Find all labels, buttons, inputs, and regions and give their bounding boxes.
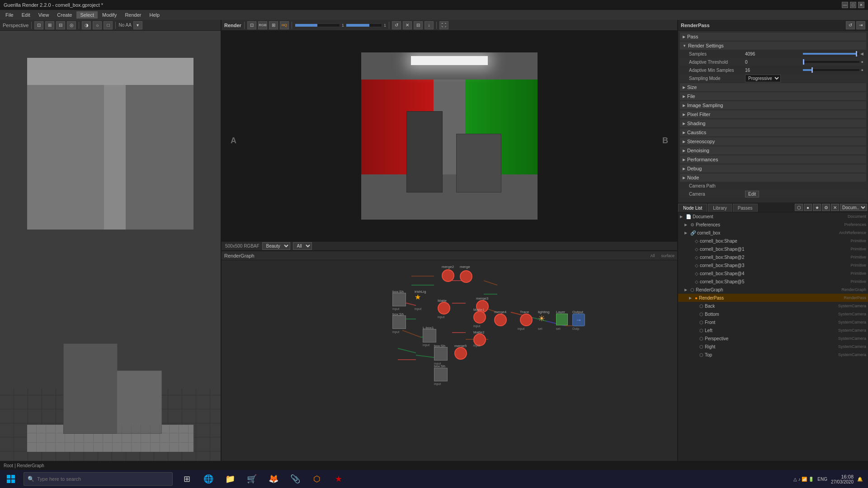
tree-item-front[interactable]: ⬡ Front SystemCamera	[678, 318, 868, 326]
tree-item-rendergraph[interactable]: ▶ ⬡ RenderGraph RenderGraph	[678, 286, 868, 294]
tree-item-perspective[interactable]: ⬡ Perspective SystemCamera	[678, 334, 868, 343]
imagesampling-section-header[interactable]: ▶ Image Sampling	[680, 101, 866, 109]
caustics-section-header[interactable]: ▶ Caustics	[680, 128, 866, 136]
render-icon-stop[interactable]: ✕	[403, 21, 412, 29]
viewport-icon-cam[interactable]: ⊟	[56, 21, 65, 29]
size-section-header[interactable]: ▶ Size	[680, 83, 866, 91]
rendersettings-section-header[interactable]: ▼ Render Settings	[680, 42, 866, 50]
node-boxsh1[interactable]	[392, 293, 406, 306]
viewport-icon-shading[interactable]: ◑	[82, 21, 91, 29]
node-matte1[interactable]	[473, 311, 486, 324]
notification-icon[interactable]: 🔔	[857, 477, 863, 482]
noaa-dropdown[interactable]: ▾	[133, 21, 142, 29]
taskbar-taskview[interactable]: ⊞	[176, 470, 197, 488]
node-merge4[interactable]	[494, 314, 507, 326]
tree-item-renderpass[interactable]: ▶ ● RenderPass RenderPass	[678, 294, 868, 302]
3d-viewport[interactable]	[0, 31, 221, 479]
tab-library[interactable]: Library	[708, 204, 732, 212]
search-bar[interactable]: 🔍	[24, 472, 173, 486]
render-icon-rgb[interactable]: RGB	[258, 21, 267, 29]
node-lrishlig[interactable]: ★	[415, 293, 421, 301]
taskbar-explorer[interactable]: 📁	[220, 470, 241, 488]
beauty-dropdown[interactable]: Beauty	[262, 242, 290, 250]
node-output[interactable]: →	[572, 314, 585, 326]
stereoscopy-section-header[interactable]: ▶ Stereoscopy	[680, 137, 866, 145]
render-icon-1[interactable]: ⊡	[247, 21, 256, 29]
tree-item-left[interactable]: ⬡ Left SystemCamera	[678, 326, 868, 334]
node-merge5[interactable]	[454, 347, 467, 360]
viewport-icon-light[interactable]: ☼	[93, 21, 102, 29]
shading-section-header[interactable]: ▶ Shading	[680, 119, 866, 127]
menu-help[interactable]: Help	[146, 11, 163, 19]
render-viewport[interactable]: A B	[222, 31, 677, 241]
render-icon-cam[interactable]: ⊟	[414, 21, 423, 29]
render-icon-expand[interactable]: ⛶	[439, 21, 448, 29]
tree-item-cornell-box[interactable]: ▶ 🔗 cornell_box ArchReference	[678, 229, 868, 237]
tree-item-shape3[interactable]: ◇ cornell_box:Shape@3 Primitive	[678, 261, 868, 269]
taskbar-edge[interactable]: 🌐	[198, 470, 219, 488]
adaptive-min-samples-slider[interactable]	[803, 69, 859, 71]
tree-item-shape1[interactable]: ◇ cornell_box:Shape@1 Primitive	[678, 245, 868, 253]
tab-node-list[interactable]: Node List	[678, 204, 707, 212]
tree-item-right[interactable]: ⬡ Right SystemCamera	[678, 343, 868, 351]
right-icon-2[interactable]: ⇥	[856, 21, 865, 29]
node-lighting[interactable]: ☀	[538, 314, 545, 324]
tree-item-back[interactable]: ⬡ Back SystemCamera	[678, 302, 868, 310]
sampling-mode-dropdown[interactable]: Progressive	[745, 75, 781, 82]
nodegraph-canvas[interactable]: merge2 merge box:Sh input lrishLig ★ inp…	[222, 260, 677, 479]
close-button[interactable]: ✕	[858, 2, 864, 8]
node-layer[interactable]	[556, 314, 568, 325]
taskbar-store[interactable]: 🛒	[241, 470, 262, 488]
samples-slider[interactable]	[803, 53, 859, 55]
all-dropdown[interactable]: All	[293, 242, 312, 250]
tree-item-preferences[interactable]: ▶ ⚙ Preferences Preferences	[678, 221, 868, 229]
tree-item-shape4[interactable]: ◇ cornell_box:Shape@4 Primitive	[678, 269, 868, 277]
menu-create[interactable]: Create	[53, 11, 75, 19]
menu-edit[interactable]: Edit	[18, 11, 34, 19]
nl-icon-1[interactable]: ⬡	[795, 204, 803, 211]
viewport-icon-box[interactable]: □	[104, 21, 113, 29]
render-icon-hq[interactable]: HQ	[280, 21, 289, 29]
tab-passes[interactable]: Passes	[733, 204, 758, 212]
taskbar-app7[interactable]: ★	[328, 470, 349, 488]
node-merge[interactable]	[460, 270, 472, 283]
pixelfilter-section-header[interactable]: ▶ Pixel Filter	[680, 110, 866, 118]
render-icon-box[interactable]: ⊞	[269, 21, 278, 29]
tree-item-document[interactable]: ▶ 📄 Document Document	[678, 212, 868, 221]
nl-icon-4[interactable]: ⚙	[822, 204, 830, 211]
denoising-section-header[interactable]: ▶ Denoising	[680, 146, 866, 155]
tree-item-top[interactable]: ⬡ Top SystemCamera	[678, 351, 868, 359]
tree-item-shape[interactable]: ◇ cornell_box:Shape Primitive	[678, 237, 868, 245]
right-icon-1[interactable]: ↺	[846, 21, 855, 29]
pass-section-header[interactable]: ▶ Pass	[680, 33, 866, 41]
nl-icon-3[interactable]: ★	[813, 204, 821, 211]
taskbar-app5[interactable]: 📎	[285, 470, 306, 488]
taskbar-app6[interactable]: ⬡	[307, 470, 327, 488]
node-trace[interactable]	[520, 314, 533, 326]
viewport-icon-grid[interactable]: ⊞	[45, 21, 54, 29]
node-lbox1[interactable]	[423, 329, 436, 343]
edit-button[interactable]: Edit	[745, 191, 759, 197]
render-icon-save[interactable]: ↓	[425, 21, 434, 29]
maximize-button[interactable]: □	[850, 2, 856, 8]
nl-icon-2[interactable]: ●	[804, 204, 812, 211]
node-boxsh3[interactable]	[434, 347, 448, 361]
render-icon-refresh[interactable]: ↺	[392, 21, 401, 29]
menu-file[interactable]: File	[2, 11, 17, 19]
tree-item-bottom[interactable]: ⬡ Bottom SystemCamera	[678, 310, 868, 318]
performances-section-header[interactable]: ▶ Performances	[680, 155, 866, 164]
menu-render[interactable]: Render	[121, 11, 145, 19]
file-section-header[interactable]: ▶ File	[680, 92, 866, 100]
viewport-icon-render[interactable]: ◎	[67, 21, 76, 29]
nl-dropdown[interactable]: Docum...	[840, 204, 867, 211]
node-section-header[interactable]: ▶ Node	[680, 174, 866, 182]
node-merge2[interactable]	[442, 269, 454, 282]
node-boxsh4[interactable]	[434, 368, 448, 381]
debug-section-header[interactable]: ▶ Debug	[680, 164, 866, 173]
taskbar-firefox[interactable]: 🦊	[263, 470, 284, 488]
menu-modify[interactable]: Modify	[99, 11, 120, 19]
minimize-button[interactable]: —	[842, 2, 848, 8]
node-matte[interactable]	[438, 302, 450, 314]
adaptive-threshold-slider[interactable]	[803, 61, 859, 63]
nl-icon-5[interactable]: ✕	[831, 204, 839, 211]
